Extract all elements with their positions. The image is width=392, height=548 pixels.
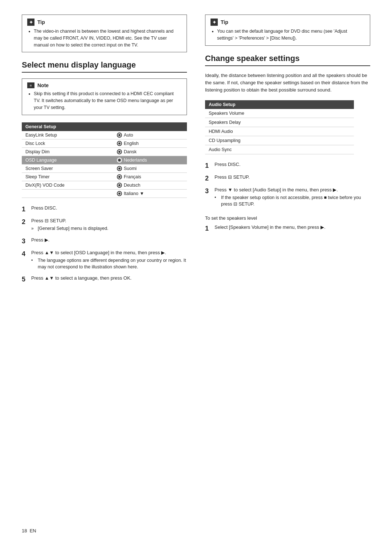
right-step-3-sub: • If the speaker setup option is not acc… bbox=[215, 195, 370, 207]
speakers-step-1-text: Select [Speakers Volume] in the menu, th… bbox=[215, 224, 326, 230]
audio-row-4-val bbox=[332, 136, 354, 145]
radio-dot bbox=[117, 141, 122, 146]
right-step-3: 3 Press ▼ to select [Audio Setup] in the… bbox=[205, 186, 370, 209]
tip-header-2: ✦ Tip bbox=[211, 19, 365, 26]
page-number: 18 bbox=[22, 528, 27, 533]
audio-row-1: Speakers Volume bbox=[205, 109, 332, 118]
right-step-2-text: Press ⊟ SETUP. bbox=[215, 174, 250, 180]
step-4-sub: • The language options are different dep… bbox=[31, 257, 187, 270]
audio-setup-col2 bbox=[332, 100, 354, 109]
step-3: 3 Press ▶. bbox=[22, 236, 187, 246]
note-label: Note bbox=[37, 82, 49, 88]
right-step-3-sub-text: If the speaker setup option is not acces… bbox=[221, 195, 370, 207]
tip-star-icon-2: ✦ bbox=[211, 19, 218, 26]
right-section-title: Change speaker settings bbox=[205, 54, 370, 66]
row-value: Dansk bbox=[113, 147, 187, 156]
note-list: Skip this setting if this product is con… bbox=[27, 90, 181, 111]
audio-table-row: HDMI Audio bbox=[205, 127, 354, 136]
left-section-title: Select menu display language bbox=[22, 60, 187, 73]
page-footer: 18 EN bbox=[22, 528, 36, 533]
step-4-text: Press ▲▼ to select [OSD Language] in the… bbox=[31, 250, 166, 255]
tip-box-1: ✦ Tip The video-in channel is between th… bbox=[22, 15, 187, 52]
audio-setup-header: Audio Setup bbox=[205, 100, 332, 109]
note-box: ≡ Note Skip this setting if this product… bbox=[22, 78, 187, 115]
audio-table-row: Speakers Delay bbox=[205, 118, 354, 127]
table-row: DivX(R) VOD Code Deutsch bbox=[22, 181, 187, 189]
audio-table-row: CD Upsampling bbox=[205, 136, 354, 145]
step-1: 1 Press DISC. bbox=[22, 204, 187, 214]
row-value: Italiano ▼ bbox=[113, 189, 187, 198]
right-step-3-text: Press ▼ to select [Audio Setup] in the m… bbox=[215, 187, 338, 192]
step-3-text: Press ▶. bbox=[31, 237, 49, 243]
audio-table-row: Speakers Volume bbox=[205, 109, 354, 118]
row-label: Disc Lock bbox=[22, 139, 113, 147]
audio-row-3-val bbox=[332, 127, 354, 136]
row-label: DivX(R) VOD Code bbox=[22, 181, 113, 189]
tip-list-2: You can set the default language for DVD… bbox=[211, 28, 365, 42]
tip-item-2: You can set the default language for DVD… bbox=[217, 28, 365, 42]
speakers-section: To set the speakers level 1 Select [Spea… bbox=[205, 215, 370, 234]
left-steps: 1 Press DISC. 2 Press ⊟ SETUP. » [Genera… bbox=[22, 204, 187, 285]
table-row: EasyLink Setup Auto bbox=[22, 131, 187, 139]
table-row: Disc Lock English bbox=[22, 139, 187, 147]
step-5-text: Press ▲▼ to select a language, then pres… bbox=[31, 275, 132, 281]
audio-row-4: CD Upsampling bbox=[205, 136, 332, 145]
row-label: EasyLink Setup bbox=[22, 131, 113, 139]
table-row: Screen Saver Suomi bbox=[22, 164, 187, 172]
tip-star-icon: ✦ bbox=[27, 19, 34, 26]
right-column: ✦ Tip You can set the default language f… bbox=[205, 15, 370, 287]
audio-row-2-val bbox=[332, 118, 354, 127]
audio-row-5: Audio Sync bbox=[205, 145, 332, 154]
right-steps: 1 Press DISC. 2 Press ⊟ SETUP. 3 Press ▼… bbox=[205, 161, 370, 209]
table-row-highlighted: OSD Language Nederlands bbox=[22, 156, 187, 164]
tip-label-1: Tip bbox=[37, 19, 45, 25]
step-2-text: Press ⊟ SETUP. bbox=[31, 218, 66, 223]
radio-dot bbox=[117, 191, 122, 196]
audio-row-3: HDMI Audio bbox=[205, 127, 332, 136]
table-row: Sleep Timer Français bbox=[22, 172, 187, 181]
step-2: 2 Press ⊟ SETUP. » [General Setup] menu … bbox=[22, 217, 187, 234]
row-value: Deutsch bbox=[113, 181, 187, 189]
intro-text: Ideally, the distance between listening … bbox=[205, 72, 370, 94]
note-item-1: Skip this setting if this product is con… bbox=[34, 90, 181, 111]
step-1-text: Press DISC. bbox=[31, 205, 57, 211]
step-4: 4 Press ▲▼ to select [OSD Language] in t… bbox=[22, 249, 187, 272]
row-value: Suomi bbox=[113, 164, 187, 172]
radio-dot bbox=[117, 174, 122, 179]
right-step-1-text: Press DISC. bbox=[215, 162, 241, 167]
row-value: Auto bbox=[113, 131, 187, 139]
step-5: 5 Press ▲▼ to select a language, then pr… bbox=[22, 275, 187, 284]
row-value: Français bbox=[113, 172, 187, 181]
row-value: English bbox=[113, 139, 187, 147]
audio-row-1-val bbox=[332, 109, 354, 118]
speakers-step-1: 1 Select [Speakers Volume] in the menu, … bbox=[205, 224, 370, 234]
right-step-1: 1 Press DISC. bbox=[205, 161, 370, 171]
row-label: OSD Language bbox=[22, 156, 113, 164]
radio-dot bbox=[117, 183, 122, 188]
row-value: Nederlands bbox=[113, 156, 187, 164]
tip-header-1: ✦ Tip bbox=[27, 19, 181, 26]
audio-table-row: Audio Sync bbox=[205, 145, 354, 154]
radio-dot bbox=[117, 158, 122, 163]
general-setup-header: General Setup bbox=[22, 122, 187, 131]
tip-list-1: The video-in channel is between the lowe… bbox=[27, 28, 181, 48]
step-4-sub-text: The language options are different depen… bbox=[38, 257, 187, 270]
audio-row-2: Speakers Delay bbox=[205, 118, 332, 127]
step-2-sub-text: [General Setup] menu is displayed. bbox=[38, 226, 109, 232]
audio-setup-table: Audio Setup Speakers Volume Speakers Del… bbox=[205, 100, 354, 154]
audio-row-5-val bbox=[332, 145, 354, 154]
general-setup-table: General Setup EasyLink Setup Auto Disc L… bbox=[22, 122, 187, 198]
right-step-2: 2 Press ⊟ SETUP. bbox=[205, 174, 370, 183]
note-icon: ≡ bbox=[27, 82, 34, 88]
table-row: Italiano ▼ bbox=[22, 189, 187, 198]
table-row: Display Dim Dansk bbox=[22, 147, 187, 156]
left-column: ✦ Tip The video-in channel is between th… bbox=[22, 15, 187, 287]
row-label: Sleep Timer bbox=[22, 172, 113, 181]
tip-item-1: The video-in channel is between the lowe… bbox=[34, 28, 181, 48]
tip-box-2: ✦ Tip You can set the default language f… bbox=[205, 15, 370, 46]
tip-label-2: Tip bbox=[221, 19, 228, 25]
note-header: ≡ Note bbox=[27, 82, 181, 88]
row-label bbox=[22, 189, 113, 198]
row-label: Screen Saver bbox=[22, 164, 113, 172]
radio-dot bbox=[117, 166, 122, 171]
